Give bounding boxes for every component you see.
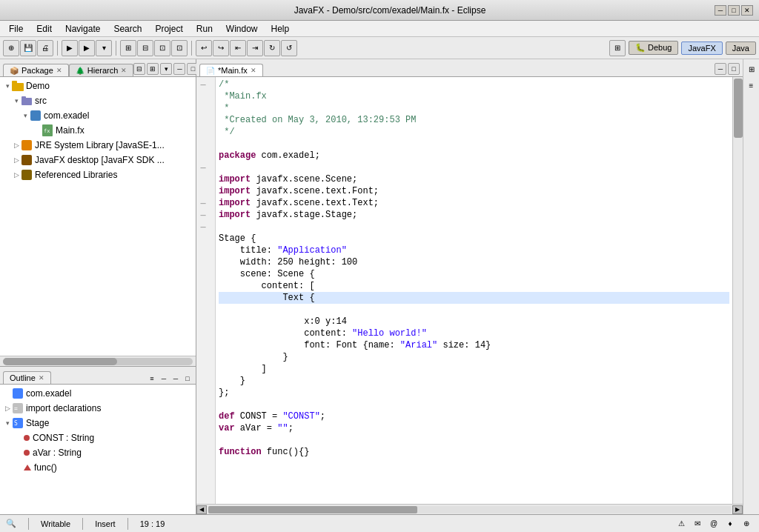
outline-label-import: import declarations [26,403,101,413]
package-explorer-tabs: 📦 Package ✕ 🌲 Hierarch ✕ ⊟ ⊞ ▾ ─ □ [0,59,196,77]
hscroll-left-btn[interactable]: ◀ [196,505,207,514]
tab-hierarchy[interactable]: 🌲 Hierarch ✕ [69,64,134,76]
gutter-1[interactable]: ─ [199,79,207,90]
code-content[interactable]: /* *Main.fx * *Created on May 3, 2010, 1… [216,77,732,504]
tree-item-com-exadel[interactable]: ▾ com.exadel [0,108,196,123]
package-link-btn[interactable]: ⊞ [147,63,159,75]
toolbar-btn-e[interactable]: ↪ [213,40,229,56]
tree-label-jre: JRE System Library [JavaSE-1... [35,140,165,150]
tree-hscroll-thumb[interactable] [3,358,117,365]
outline-max-btn[interactable]: □ [182,373,193,384]
toolbar-btn-b[interactable]: ⊟ [137,40,153,56]
status-icon-warn[interactable]: ⚠ [675,517,688,531]
perspective-javafx[interactable]: JavaFX [681,41,722,55]
gutter-22 [199,256,207,268]
gutter-19[interactable]: ─ [199,221,207,233]
outline-item-const[interactable]: ▷ CONST : String [0,430,196,445]
outline-item-com-exadel[interactable]: ▷ com.exadel [0,386,196,401]
toolbar-btn-c2[interactable]: ⊡ [171,40,188,56]
package-menu-btn[interactable]: ▾ [160,63,172,75]
outline-item-import[interactable]: ▷ = import declarations [0,401,196,416]
gutter-18[interactable]: ─ [199,209,207,221]
editor-vscrollbar[interactable] [732,77,743,504]
gutter-17[interactable]: ─ [199,197,207,209]
tab-package-close[interactable]: ✕ [56,67,62,74]
toolbar-btn-j[interactable]: ⊞ [609,40,626,56]
perspective-debug[interactable]: 🐛 Debug [629,41,678,55]
arrow-src: ▾ [12,97,21,104]
tab-package[interactable]: 📦 Package ✕ [3,64,69,76]
run-dropdown[interactable]: ▾ [96,40,112,56]
editor-hscrollbar[interactable]: ◀ ▶ [196,504,743,514]
toolbar-btn-f[interactable]: ⇤ [230,40,246,56]
gutter-25 [199,292,207,304]
debug-run-button[interactable]: ▶ [79,40,95,56]
hscroll-thumb[interactable] [208,506,417,513]
run-button[interactable]: ▶ [62,40,78,56]
outline-label-func: func() [34,462,57,473]
tree-item-main-fx[interactable]: ▷ fx Main.fx [0,123,196,138]
status-icon-plus[interactable]: ⊕ [740,517,753,531]
tab-hierarchy-close[interactable]: ✕ [121,67,127,74]
close-button[interactable]: ✕ [741,5,753,16]
menu-run[interactable]: Run [190,22,219,36]
print-button[interactable]: 🖨 [37,40,53,56]
package-min-btn[interactable]: ─ [173,63,185,75]
hscroll-track[interactable] [208,506,731,513]
menu-project[interactable]: Project [149,22,188,36]
menu-window[interactable]: Window [220,22,264,36]
status-icon-at[interactable]: @ [707,517,720,531]
outline-item-stage[interactable]: ▾ S Stage [0,416,196,430]
toolbar-sep-2 [116,41,116,56]
gutter-14[interactable]: ─ [199,162,207,173]
status-writable: Writable [41,519,70,528]
menu-file[interactable]: File [3,22,29,36]
tree-scrollbar[interactable] [0,356,196,366]
status-icon-diamond[interactable]: ♦ [723,517,737,531]
vscroll-thumb[interactable] [734,79,743,138]
tab-outline[interactable]: Outline ✕ [3,371,51,384]
outline-collapse-btn[interactable]: ─ [159,373,169,384]
outline-min-btn[interactable]: ─ [170,373,181,384]
outline-item-func[interactable]: ▷ func() [0,460,196,475]
toolbar-btn-a[interactable]: ⊞ [120,40,136,56]
right-icon-1[interactable]: ⊞ [745,62,758,76]
tree-item-src[interactable]: ▾ src [0,93,196,108]
code-editor: ─ ─ ─ ─ ─ [196,77,743,504]
save-button[interactable]: 💾 [20,40,36,56]
tree-item-demo[interactable]: ▾ Demo [0,79,196,93]
maximize-button[interactable]: □ [728,5,740,16]
tree-item-ref-libs[interactable]: ▷ Referenced Libraries [0,167,196,182]
menu-edit[interactable]: Edit [30,22,58,36]
menu-help[interactable]: Help [265,22,296,36]
outline-item-avar[interactable]: ▷ aVar : String [0,445,196,460]
right-icon-2[interactable]: ≡ [745,79,758,92]
toolbar-btn-c[interactable]: ⊡ [154,40,170,56]
editor-max-btn[interactable]: □ [728,63,740,75]
outline-sort-btn[interactable]: ≡ [147,373,157,384]
gutter-26 [199,304,207,316]
tab-main-fx[interactable]: 📄 *Main.fx ✕ [199,64,263,76]
editor-min-btn[interactable]: ─ [715,63,726,75]
tab-main-fx-close[interactable]: ✕ [251,67,256,74]
toolbar-btn-d[interactable]: ↩ [196,40,212,56]
svg-rect-1 [12,81,17,84]
toolbar-btn-i[interactable]: ↺ [281,40,297,56]
tab-outline-close[interactable]: ✕ [39,374,44,382]
minimize-button[interactable]: ─ [715,5,726,16]
outline-icon-const [24,435,30,441]
hscroll-right-btn[interactable]: ▶ [732,505,743,514]
new-button[interactable]: ⊕ [3,40,19,56]
perspective-java[interactable]: Java [726,41,756,55]
package-collapse-btn[interactable]: ⊟ [133,63,145,75]
tree-item-jre[interactable]: ▷ JRE System Library [JavaSE-1... [0,138,196,153]
status-icon-mail[interactable]: ✉ [691,517,704,531]
tree-hscroll-track[interactable] [3,358,193,365]
toolbar-btn-g[interactable]: ⇥ [247,40,263,56]
toolbar-btn-h[interactable]: ↻ [264,40,280,56]
menu-search[interactable]: Search [107,22,148,36]
package-tree[interactable]: ▾ Demo ▾ src ▾ com.exadel [0,77,196,356]
svg-rect-9 [21,170,32,180]
tree-item-javafx[interactable]: ▷ JavaFX desktop [JavaFX SDK ... [0,153,196,167]
menu-navigate[interactable]: Navigate [59,22,106,36]
